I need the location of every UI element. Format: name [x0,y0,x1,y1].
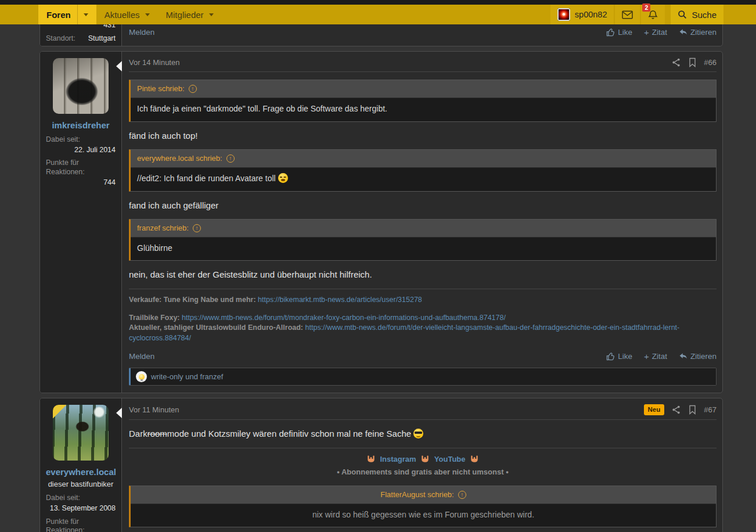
conversations-button[interactable] [615,5,640,24]
tab-mitglieder[interactable]: Mitglieder [158,5,222,24]
account-menu[interactable]: sp00n82 [550,5,614,24]
social-links-line: Instagram YouTube [129,454,717,465]
like-label: Like [618,352,632,361]
chevron-down-icon[interactable] [77,5,88,24]
quote-header: franzef schrieb: ↑ [131,220,716,238]
quote-text: //edit2: Ich fand die runden Avatare tol… [131,168,716,191]
joined-label: Dabei seit: [46,494,116,503]
username-label: sp00n82 [575,10,607,19]
joined-label: Dabei seit: [46,135,116,145]
plus-icon: + [644,352,649,361]
previous-post-clipped: 431 Standort: Stuttgart Melden [39,24,723,46]
cite-label: Zitieren [690,352,717,361]
arrow-up-circle-icon[interactable]: ↑ [189,85,197,93]
tab-foren-label: Foren [46,10,71,20]
main-nav: Foren Aktuelles Mitglieder [38,5,222,24]
reaction-points-value: 431 [46,24,116,30]
report-link[interactable]: Melden [129,28,154,37]
bookmark-icon[interactable] [688,57,697,67]
reaction-points-label: Punkte für Reaktionen: [46,159,116,177]
post-body: Darkroommode und Kotzsmiley wären defini… [129,427,717,440]
post-66-user-cell: imkreisdreher Dabei seit: 22. Juli 2014 … [40,52,122,393]
like-button[interactable]: Like [606,28,632,37]
joined-value: 22. Juli 2014 [46,146,116,155]
reaction-points-pair: Punkte für Reaktionen: 24.154 [46,517,116,532]
search-button[interactable]: Suche [671,5,723,24]
tab-foren[interactable]: Foren [38,5,96,24]
bookmark-icon[interactable] [688,405,697,415]
thumbs-up-icon [606,352,615,361]
like-button[interactable]: Like [606,352,632,361]
quote-block-franzef: franzef schrieb: ↑ Glühbirne [129,219,717,261]
username-link[interactable]: everywhere.local [46,467,116,477]
reactions-users[interactable]: write-only und franzef [151,372,223,381]
quote-attribution[interactable]: FlatterAugust schrieb: [380,490,453,500]
share-icon[interactable] [671,57,681,67]
reply-arrow-icon [679,353,687,360]
instagram-link[interactable]: Instagram [380,455,416,463]
report-link[interactable]: Melden [129,352,154,361]
post-timestamp[interactable]: Vor 11 Minuten [129,405,179,414]
quote-header: Pintie schrieb: ↑ [131,80,716,98]
quote-button[interactable]: + Zitat [644,352,667,361]
signature: Instagram YouTube • Abonnements sind gra… [129,448,717,527]
quote-attribution[interactable]: everywhere.local schrieb: [137,153,222,164]
arrow-up-circle-icon[interactable]: ↑ [226,154,235,163]
reaction-points-pair: Punkte für Reaktionen: 744 [46,159,116,187]
sunglasses-emoji [413,429,423,438]
post-67-user-cell: everywhere.local dieser bastifunbiker Da… [40,398,122,532]
tab-aktuelles[interactable]: Aktuelles [96,5,158,24]
thread-posts: 431 Standort: Stuttgart Melden [39,24,723,532]
quote-attribution[interactable]: franzef schrieb: [137,223,189,233]
quote-text: Ich fände ja einen "darkmode" toll. Frag… [131,98,716,121]
reaction-points-pair: 431 [46,24,116,30]
joined-pair: Dabei seit: 13. September 2008 [46,494,116,513]
tab-mitglieder-label: Mitglieder [166,10,204,20]
sign-of-the-horns-emoji [470,455,478,463]
quote-attribution[interactable]: Pintie schrieb: [137,84,185,94]
arrow-up-circle-icon[interactable]: ↑ [193,224,201,232]
share-icon[interactable] [671,405,681,415]
location-value: Stuttgart [88,34,116,44]
post-timestamp[interactable]: Vor 14 Minuten [129,58,179,67]
quote-block-pintie: Pintie schrieb: ↑ Ich fände ja einen "da… [129,80,717,122]
cite-button[interactable]: Zitieren [679,28,717,37]
chevron-down-icon [145,13,150,16]
nav-user-area: sp00n82 2 [549,5,723,24]
location-pair: Standort: Stuttgart [46,34,116,44]
post-actions: Like + Zitat Zitieren [606,28,717,37]
reactions-bar[interactable]: write-only und franzef [129,368,717,386]
quote-label: Zitat [652,352,667,361]
alerts-button[interactable]: 2 [641,5,665,24]
search-label: Suche [692,10,717,20]
signature-link[interactable]: https://www.mtb-news.de/forum/t/mondrake… [182,314,506,322]
reaction-points-value: 744 [46,178,116,188]
quote-header: everywhere.local schrieb: ↑ [131,150,716,168]
post-66-content: Vor 14 Minuten #66 Pintie s [122,52,722,393]
post-paragraph: nein, das ist eher der Geistesblitz und … [129,268,717,281]
youtube-link[interactable]: YouTube [434,455,466,463]
sign-of-the-horns-emoji [367,455,375,463]
post-number[interactable]: #67 [704,405,717,414]
top-navbar: Foren Aktuelles Mitglieder sp00n82 [0,0,756,24]
sign-of-the-horns-emoji [421,455,429,463]
post-number[interactable]: #66 [704,58,717,67]
search-icon [678,10,687,19]
weary-face-emoji [278,173,288,183]
post-paragraph: fänd ich auch top! [129,130,717,142]
new-post-badge: Neu [644,404,665,415]
quote-block-flatteraugust: FlatterAugust schrieb: ↑ nix wird so hei… [129,486,717,528]
avatar-imkreisdreher[interactable] [53,58,109,114]
cite-button[interactable]: Zitieren [679,352,717,361]
reply-arrow-icon [679,28,687,36]
signature-link[interactable]: https://bikemarkt.mtb-news.de/articles/u… [258,296,422,304]
quote-button[interactable]: + Zitat [644,28,667,37]
location-label: Standort: [46,34,75,44]
arrow-up-circle-icon[interactable]: ↑ [458,491,466,499]
lightbulb-emoji [136,371,147,382]
alert-count-badge: 2 [642,3,650,12]
signature-line: Trailbike Foxy: https://www.mtb-news.de/… [129,313,717,323]
avatar-everywhere-local[interactable] [53,405,109,461]
username-link[interactable]: imkreisdreher [46,120,116,130]
signature-tagline: • Abonnements sind gratis aber nicht ums… [129,467,717,477]
